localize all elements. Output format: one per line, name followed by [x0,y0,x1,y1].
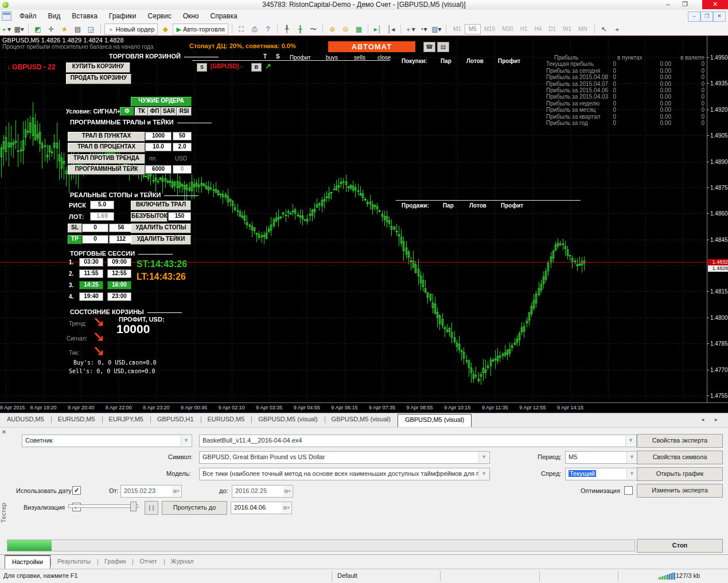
chart-tab-0[interactable]: AUDUSD,M5 [0,413,51,428]
chevron-down-icon[interactable]: ▼ [181,436,191,446]
menu-Вставка[interactable]: Вставка [66,10,103,20]
timeframe-MN[interactable]: MN [575,25,591,34]
model-combobox[interactable]: Все тики (наиболее точный метод на основ… [199,468,490,480]
use-date-checkbox[interactable]: ✓ [72,486,81,495]
slider-handle[interactable] [130,502,137,511]
delete-takes-button[interactable]: УДАЛИТЬ ТЕЙКИ [131,235,191,245]
bar-chart-icon[interactable]: ╀ [281,24,293,35]
chart-tab-3[interactable]: GBPUSD,H1 [150,413,201,428]
chart-tab-1[interactable]: EURUSD,M5 [51,413,102,428]
trail-countertrend-button[interactable]: ТРАЛ ПРОТИВ ТРЕНДА [68,154,145,164]
modify-expert-button[interactable]: Изменить эксперта [637,484,723,498]
sl-value2[interactable]: 56 [109,224,133,232]
condition-fp-button[interactable]: ФП [148,107,161,116]
chevron-down-icon[interactable]: ▼ [478,469,489,479]
tp-value2[interactable]: 112 [109,235,133,244]
calendar-dropdown-icon[interactable]: ▦▾ [172,486,181,496]
restore-button[interactable]: ❐ [677,0,693,9]
tester-tab-Результаты[interactable]: Результаты [50,555,98,569]
timeframe-M1[interactable]: M1 [450,25,465,34]
close-button[interactable]: ✕ [702,0,728,9]
skip-date-field[interactable]: 2016.04.06▦▾ [231,502,292,514]
delete-stops-button[interactable]: УДАЛИТЬ СТОПЫ [131,224,191,233]
chart-tab-6[interactable]: GBPUSD,M5 (visual) [325,413,398,428]
periods-icon[interactable]: ◔▾ [418,24,429,35]
chart-tab-5[interactable]: GBPUSD,M5 (visual) [251,413,324,428]
chart-tab-4[interactable]: EURUSD,M5 [201,413,252,428]
help-icon[interactable]: ? [262,24,274,35]
strategy-tester-icon[interactable]: ◲ [85,24,96,35]
cursor-icon[interactable]: ↖ [598,24,610,35]
symbol-combobox[interactable]: GBPUSD, Great Britain Pound vs US Dollar… [199,451,490,464]
chevron-down-icon[interactable]: ▼ [625,436,636,446]
tester-tab-График[interactable]: График [98,555,133,569]
zoom-out-icon[interactable]: ⊖ [340,24,351,35]
chevron-down-icon[interactable]: ▼ [626,469,637,479]
session-from-field[interactable]: 03:30 [79,258,103,267]
tester-tab-Журнал[interactable]: Журнал [164,555,201,569]
tester-tab-Настройки[interactable]: Настройки [5,555,50,569]
session-to-field[interactable]: 09:00 [107,258,131,267]
data-folder-icon[interactable]: ★ [59,24,70,35]
session-to-field[interactable]: 16:00 [107,281,131,289]
from-date-field[interactable]: 2015.02.23▦▾ [120,485,182,498]
navigator-icon[interactable]: ✛ [45,24,57,35]
symbol-properties-button[interactable]: Свойства символа [637,451,723,464]
tile-windows-icon[interactable]: ▦ [353,24,364,35]
timeframe-M5[interactable]: M5 [465,24,481,34]
new-chart-icon[interactable]: ＋▾ [0,24,11,35]
fullscreen-icon[interactable]: ⛶ [236,24,247,35]
skip-to-button[interactable]: Пропустить до [162,501,227,515]
phone-icon[interactable]: ☎ [423,42,435,52]
expert-type-combobox[interactable]: Советник▼ [22,435,192,447]
tester-tab-Отчет[interactable]: Отчет [133,555,163,569]
trail-percent-step[interactable]: 2.0 [173,143,192,151]
menu-Вид[interactable]: Вид [42,10,67,20]
trail-percent-button[interactable]: ТРАЛ В ПРОЦЕНТАХ [68,143,145,152]
tp-value1[interactable]: 0 [82,235,108,244]
optimization-checkbox[interactable] [624,486,633,495]
calendar-dropdown-icon[interactable]: ▦▾ [282,503,291,513]
tester-side-label[interactable]: Тестер [0,503,7,523]
session-from-field[interactable]: 14:25 [79,281,103,289]
auto-scroll-icon[interactable]: ▸│ [372,24,383,35]
tp-button[interactable]: ТР [68,235,82,244]
others-orders-button[interactable]: ЧУЖИЕ ОРДЕРА [131,97,192,107]
line-chart-icon[interactable]: 〜 [307,24,319,35]
print-icon[interactable]: ⎙ [249,24,260,35]
session-to-field[interactable]: 12:55 [107,269,131,278]
expert-properties-button[interactable]: Свойства эксперта [637,434,723,448]
terminal-icon[interactable]: ▤ [72,24,83,35]
session-from-field[interactable]: 19:40 [79,292,103,301]
minimize-button[interactable]: – [660,0,676,9]
timeframe-H1[interactable]: H1 [517,25,531,34]
spread-combobox[interactable]: Текущий▼ [565,468,638,480]
menu-Файл[interactable]: Файл [14,10,42,20]
automat-button[interactable]: АВТОМАТ [328,41,415,52]
condition-tk-button[interactable]: ТК [135,107,148,116]
calendar-dropdown-icon[interactable]: ▦▾ [283,486,292,496]
menu-Окно[interactable]: Окно [177,10,205,20]
mdi-restore-button[interactable]: ❐ [700,11,713,22]
tester-close-icon[interactable]: ✕ [2,429,6,435]
auto-trading-button[interactable]: ▶ Авто-торговля [173,24,228,35]
new-order-button[interactable]: ＋ Новый ордер [104,24,158,35]
timeframe-M30[interactable]: M30 [499,25,516,34]
chart-shift-icon[interactable]: │◂ [386,24,397,35]
trail-points-value[interactable]: 1000 [145,132,172,140]
timeframe-W1[interactable]: W1 [559,25,575,34]
trail-points-step[interactable]: 50 [173,132,192,140]
metaeditor-icon[interactable]: ◆ [159,24,171,35]
crosshair-icon[interactable]: ＋ [612,24,623,35]
sl-button[interactable]: SL [68,224,82,233]
chart-tab-7[interactable]: GBPUSD,M5 (visual) [398,414,472,428]
lot-value[interactable]: 1.69 [90,212,114,221]
enable-trail-button[interactable]: ВКЛЮЧИТЬ ТРАЛ [131,201,191,210]
mdi-close-button[interactable]: ✕ [713,11,726,22]
condition-f-button[interactable]: Ф [120,107,134,116]
to-date-field[interactable]: 2016.02.25▦▾ [232,485,293,498]
program-take-step[interactable]: 0 [173,165,192,174]
market-watch-icon[interactable]: ◩ [32,24,44,35]
sell-mini-button[interactable]: S [197,63,207,72]
stop-button[interactable]: Стоп [637,539,723,553]
